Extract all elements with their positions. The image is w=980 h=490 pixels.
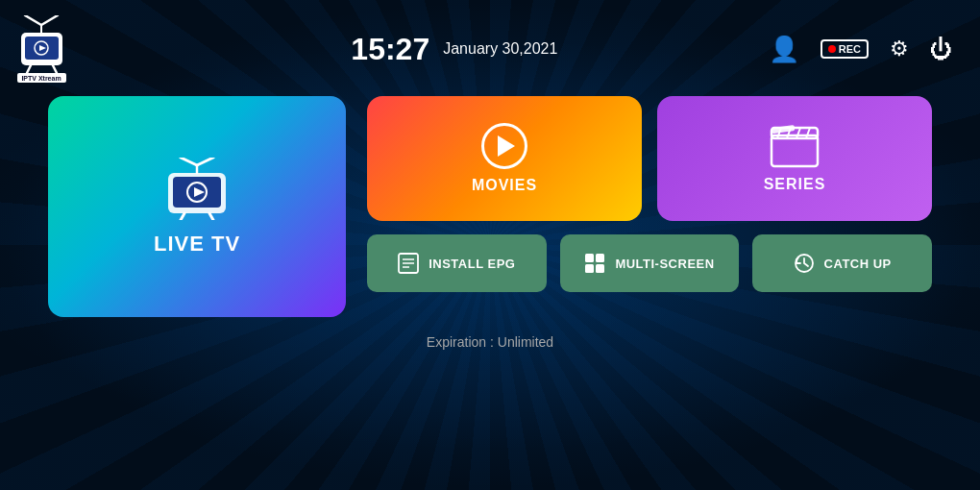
multi-screen-label: MULTI-SCREEN [615, 257, 714, 271]
header-center: 15:27 January 30,2021 [140, 32, 769, 67]
rec-label: REC [839, 43, 861, 55]
play-triangle [498, 135, 515, 157]
user-icon[interactable]: 👤 [769, 35, 799, 64]
series-card[interactable]: SERIES [657, 96, 932, 221]
svg-line-24 [796, 128, 800, 138]
header: IPTV Xtream 15:27 January 30,2021 👤 REC … [0, 0, 980, 86]
svg-rect-33 [585, 264, 594, 273]
install-epg-icon [398, 253, 419, 274]
settings-icon[interactable]: ⚙ [890, 37, 909, 61]
multi-screen-button[interactable]: MULTI-SCREEN [560, 234, 740, 292]
catch-up-label: CATCH UP [824, 257, 892, 271]
bottom-buttons: INSTALL EPG MULTI-SCREEN [367, 234, 932, 292]
movies-play-icon [481, 123, 527, 169]
install-epg-label: INSTALL EPG [429, 257, 515, 271]
svg-rect-34 [596, 264, 604, 273]
rec-icon[interactable]: REC [821, 39, 869, 59]
movies-card[interactable]: MOVIES [367, 96, 642, 221]
clapboard-icon [770, 124, 820, 168]
svg-line-11 [181, 158, 197, 165]
catch-up-button[interactable]: CATCH UP [752, 234, 932, 292]
expiration-text: Expiration : Unlimited [427, 334, 553, 350]
header-icons: 👤 REC ⚙ ⏻ [769, 35, 953, 64]
svg-rect-32 [596, 254, 604, 262]
series-label: SERIES [764, 176, 826, 193]
svg-line-19 [209, 213, 213, 220]
svg-text:IPTV Xtream: IPTV Xtream [21, 75, 61, 82]
svg-rect-26 [772, 125, 796, 134]
live-tv-icon [163, 158, 231, 220]
right-column: MOVIES SERIES [367, 96, 932, 292]
movies-label: MOVIES [472, 177, 537, 194]
svg-line-18 [181, 213, 184, 220]
power-icon[interactable]: ⏻ [930, 36, 953, 62]
svg-line-25 [806, 128, 810, 138]
live-tv-label: LIVE TV [154, 232, 240, 257]
logo-svg: IPTV Xtream [15, 15, 68, 83]
svg-line-0 [25, 15, 41, 25]
logo-wrapper: IPTV Xtream [15, 15, 68, 83]
logo-area: IPTV Xtream [15, 15, 140, 83]
top-cards: MOVIES SERIES [367, 96, 932, 221]
svg-line-12 [197, 158, 213, 165]
main-content: LIVE TV MOVIES [0, 96, 980, 317]
date-display: January 30,2021 [443, 40, 557, 58]
install-epg-button[interactable]: INSTALL EPG [367, 234, 547, 292]
time-display: 15:27 [351, 32, 429, 67]
svg-rect-31 [585, 254, 594, 262]
catch-up-icon [794, 253, 815, 274]
rec-dot [828, 45, 836, 53]
svg-line-7 [27, 65, 31, 73]
svg-line-1 [41, 15, 58, 25]
svg-line-8 [53, 65, 57, 73]
live-tv-card[interactable]: LIVE TV [48, 96, 346, 317]
svg-rect-20 [772, 135, 818, 166]
multi-screen-icon [584, 253, 605, 274]
footer: Expiration : Unlimited [0, 334, 980, 350]
